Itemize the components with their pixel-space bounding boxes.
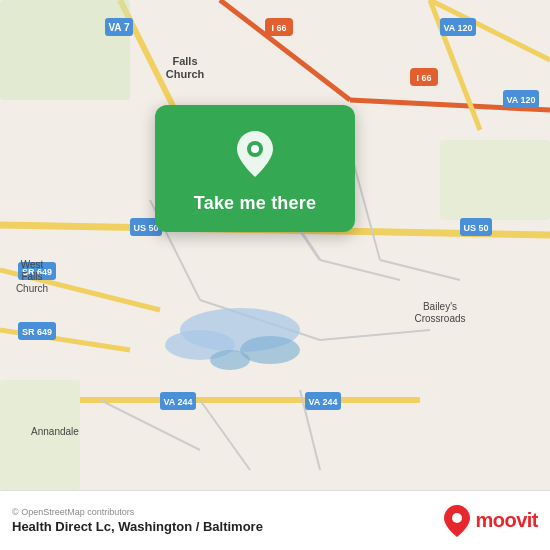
svg-text:VA 7: VA 7 [108, 22, 130, 33]
svg-text:I 66: I 66 [271, 23, 286, 33]
svg-text:Annandale: Annandale [31, 426, 79, 437]
svg-point-59 [251, 145, 259, 153]
moovit-logo: moovit [443, 504, 538, 538]
svg-text:Church: Church [16, 283, 48, 294]
svg-text:Falls: Falls [172, 55, 197, 67]
bottom-bar: © OpenStreetMap contributors Health Dire… [0, 490, 550, 550]
take-me-there-button-label: Take me there [194, 193, 316, 214]
svg-text:VA 244: VA 244 [308, 397, 337, 407]
svg-text:VA 120: VA 120 [443, 23, 472, 33]
moovit-pin-icon [443, 504, 471, 538]
svg-text:West: West [21, 259, 44, 270]
location-title: Health Direct Lc, Washington / Baltimore [12, 519, 263, 534]
svg-text:US 50: US 50 [463, 223, 488, 233]
svg-text:I 66: I 66 [416, 73, 431, 83]
location-pin-icon [229, 127, 281, 179]
svg-text:Church: Church [166, 68, 205, 80]
svg-rect-26 [440, 140, 550, 220]
svg-text:Falls: Falls [21, 271, 42, 282]
svg-text:SR 649: SR 649 [22, 327, 52, 337]
svg-point-24 [210, 350, 250, 370]
svg-text:Crossroads: Crossroads [414, 313, 465, 324]
svg-text:US 50: US 50 [133, 223, 158, 233]
copyright-text: © OpenStreetMap contributors [12, 507, 263, 517]
svg-rect-25 [0, 0, 130, 100]
svg-text:VA 120: VA 120 [506, 95, 535, 105]
take-me-there-card[interactable]: Take me there [155, 105, 355, 232]
bottom-info: © OpenStreetMap contributors Health Dire… [12, 507, 263, 534]
svg-text:Bailey's: Bailey's [423, 301, 457, 312]
svg-point-60 [452, 513, 462, 523]
moovit-brand-text: moovit [475, 509, 538, 532]
svg-text:VA 244: VA 244 [163, 397, 192, 407]
map-container: VA 7 I 66 I 66 US 50 US 50 VA 244 VA 244… [0, 0, 550, 490]
